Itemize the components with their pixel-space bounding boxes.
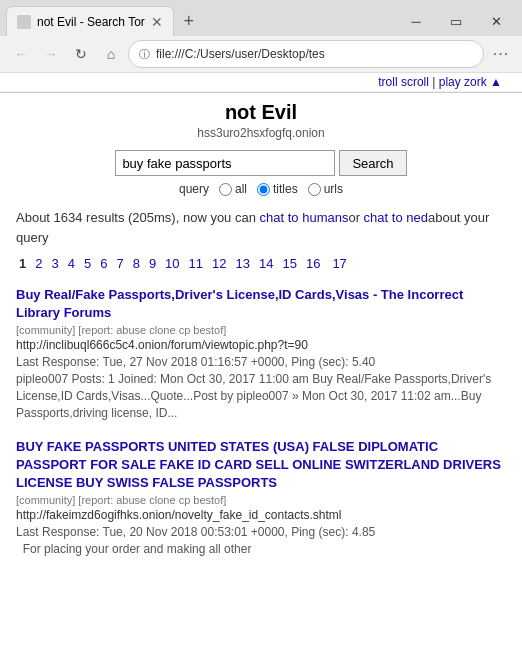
minimize-button[interactable]: ─: [396, 6, 436, 36]
result-1-link[interactable]: Buy Real/Fake Passports,Driver's License…: [16, 287, 463, 320]
active-tab[interactable]: not Evil - Search Tor ✕: [6, 6, 174, 36]
titles-option: titles: [257, 182, 298, 196]
chat-ned-link[interactable]: chat to ned: [364, 210, 428, 225]
page-11[interactable]: 11: [186, 255, 206, 272]
address-security-icon: ⓘ: [139, 47, 150, 62]
home-button[interactable]: ⌂: [98, 41, 124, 67]
search-options: query all titles urls: [16, 182, 506, 196]
results-info: About 1634 results (205ms), now you can …: [16, 208, 506, 247]
result-1-snippet: Last Response: Tue, 27 Nov 2018 01:16:57…: [16, 354, 506, 421]
page-14[interactable]: 14: [256, 255, 276, 272]
urls-option: urls: [308, 182, 343, 196]
result-2-link[interactable]: BUY FAKE PASSPORTS UNITED STATES (USA) F…: [16, 439, 501, 490]
result-2-meta: [community] [report: abuse clone cp best…: [16, 494, 506, 506]
site-subtitle: hss3uro2hsxfogfq.onion: [16, 126, 506, 140]
page-10[interactable]: 10: [162, 255, 182, 272]
site-title: not Evil: [16, 101, 506, 124]
page-3[interactable]: 3: [48, 255, 61, 272]
result-2-url: http://fakeimzd6ogifhks.onion/novelty_fa…: [16, 508, 506, 522]
scroll-indicator-bar: troll scroll | play zork ▲: [0, 73, 522, 92]
pagination: 1 2 3 4 5 6 7 8 9 10 11 12 13 14 15 16 1…: [16, 255, 506, 272]
page-12[interactable]: 12: [209, 255, 229, 272]
page-current: 1: [16, 255, 29, 272]
search-button[interactable]: Search: [339, 150, 406, 176]
result-1-url: http://inclibuql666c5c4.onion/forum/view…: [16, 338, 506, 352]
search-input[interactable]: [115, 150, 335, 176]
search-form: Search: [16, 150, 506, 176]
tab-bar: not Evil - Search Tor ✕ + ─ ▭ ✕: [0, 0, 522, 36]
page-9[interactable]: 9: [146, 255, 159, 272]
result-2-title: BUY FAKE PASSPORTS UNITED STATES (USA) F…: [16, 438, 506, 493]
address-text: file:///C:/Users/user/Desktop/tes: [156, 47, 473, 61]
urls-radio[interactable]: [308, 183, 321, 196]
page-13[interactable]: 13: [233, 255, 253, 272]
window-controls: ─ ▭ ✕: [396, 6, 516, 36]
refresh-button[interactable]: ↻: [68, 41, 94, 67]
more-button[interactable]: ···: [488, 41, 514, 67]
all-label: all: [235, 182, 247, 196]
play-zork-link[interactable]: play zork: [439, 75, 487, 89]
page-7[interactable]: 7: [113, 255, 126, 272]
or-text: or: [348, 210, 360, 225]
result-1-title: Buy Real/Fake Passports,Driver's License…: [16, 286, 506, 322]
all-option: all: [219, 182, 247, 196]
tab-close-button[interactable]: ✕: [151, 15, 163, 29]
page-6[interactable]: 6: [97, 255, 110, 272]
close-button[interactable]: ✕: [476, 6, 516, 36]
page-16[interactable]: 16: [303, 255, 323, 272]
browser-chrome: not Evil - Search Tor ✕ + ─ ▭ ✕ ← → ↻ ⌂ …: [0, 0, 522, 93]
page-4[interactable]: 4: [65, 255, 78, 272]
tab-favicon: [17, 15, 31, 29]
all-radio[interactable]: [219, 183, 232, 196]
urls-label: urls: [324, 182, 343, 196]
query-label: query: [179, 182, 209, 196]
nav-bar: ← → ↻ ⌂ ⓘ file:///C:/Users/user/Desktop/…: [0, 36, 522, 73]
result-1-meta: [community] [report: abuse clone cp best…: [16, 324, 506, 336]
page-15[interactable]: 15: [279, 255, 299, 272]
page-content: not Evil hss3uro2hsxfogfq.onion Search q…: [0, 93, 522, 582]
titles-label: titles: [273, 182, 298, 196]
result-item: BUY FAKE PASSPORTS UNITED STATES (USA) F…: [16, 438, 506, 558]
tab-title: not Evil - Search Tor: [37, 15, 145, 29]
page-5[interactable]: 5: [81, 255, 94, 272]
address-bar[interactable]: ⓘ file:///C:/Users/user/Desktop/tes: [128, 40, 484, 68]
result-2-snippet: Last Response: Tue, 20 Nov 2018 00:53:01…: [16, 524, 506, 558]
back-button[interactable]: ←: [8, 41, 34, 67]
result-item: Buy Real/Fake Passports,Driver's License…: [16, 286, 506, 422]
results-count-text: About 1634 results (205ms), now you can: [16, 210, 260, 225]
page-17[interactable]: 17: [329, 255, 349, 272]
titles-radio[interactable]: [257, 183, 270, 196]
troll-scroll-link[interactable]: troll scroll: [378, 75, 429, 89]
scroll-divider: |: [432, 75, 435, 89]
new-tab-button[interactable]: +: [176, 8, 202, 34]
maximize-button[interactable]: ▭: [436, 6, 476, 36]
chat-humans-link[interactable]: chat to humans: [260, 210, 349, 225]
scroll-arrow: ▲: [490, 75, 502, 89]
page-8[interactable]: 8: [130, 255, 143, 272]
forward-button[interactable]: →: [38, 41, 64, 67]
page-2[interactable]: 2: [32, 255, 45, 272]
